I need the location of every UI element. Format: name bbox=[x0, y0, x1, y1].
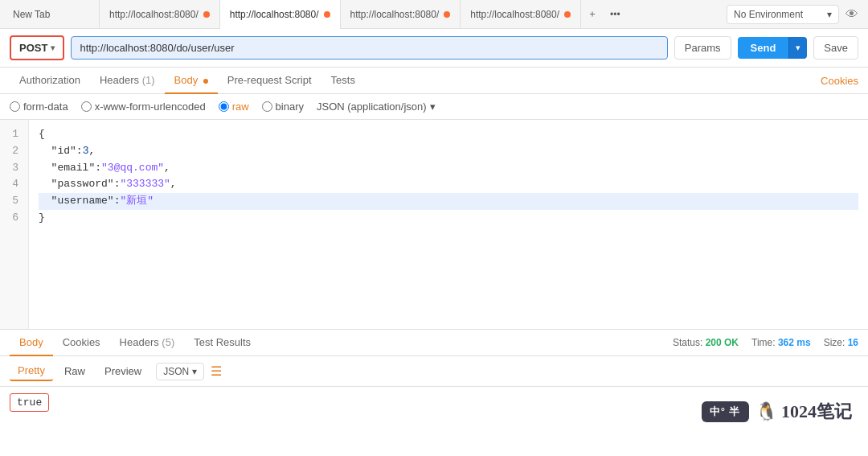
tab-3-label: http://localhost:8080/ bbox=[350, 9, 440, 20]
tab-new-label: New Tab bbox=[13, 9, 50, 20]
request-tabs: Authorization Headers (1) Body Pre-reque… bbox=[0, 68, 868, 94]
response-status: Status: 200 OK Time: 362 ms Size: 16 bbox=[673, 337, 858, 348]
tab-authorization[interactable]: Authorization bbox=[10, 68, 90, 94]
watermark-text: 🐧 1024笔记 bbox=[755, 400, 853, 424]
tab-2[interactable]: http://localhost:8080/ bbox=[220, 0, 341, 29]
watermark-badge: 中° 半 bbox=[702, 401, 749, 422]
code-content[interactable]: { "id": 3, "email": "3@qq.com", "passwor… bbox=[29, 120, 868, 329]
body-options: form-data x-www-form-urlencoded raw bina… bbox=[0, 94, 868, 120]
tab-4[interactable]: http://localhost:8080/ bbox=[461, 0, 581, 29]
resp-tab-headers[interactable]: Headers (5) bbox=[110, 330, 185, 356]
eye-button[interactable]: 👁 bbox=[845, 7, 858, 22]
code-editor[interactable]: 1 2 3 4 5 6 { "id": 3, "email": "3@qq.co… bbox=[0, 120, 868, 329]
resp-json-chevron-icon: ▾ bbox=[192, 366, 197, 377]
json-type-label: JSON (application/json) bbox=[317, 101, 427, 113]
resp-tab-cookies[interactable]: Cookies bbox=[53, 330, 110, 356]
option-binary[interactable]: binary bbox=[262, 101, 304, 113]
tab-4-label: http://localhost:8080/ bbox=[470, 9, 559, 20]
wrap-icon[interactable]: ☰ bbox=[211, 364, 222, 379]
json-type-select[interactable]: JSON (application/json) ▾ bbox=[317, 101, 436, 113]
tab-body[interactable]: Body bbox=[165, 68, 218, 94]
send-button[interactable]: Send bbox=[738, 37, 789, 59]
watermark: 中° 半 🐧 1024笔记 bbox=[702, 400, 852, 424]
tab-headers[interactable]: Headers (1) bbox=[90, 68, 165, 94]
more-tabs-button[interactable]: ••• bbox=[604, 9, 627, 20]
resp-json-dropdown[interactable]: JSON ▾ bbox=[156, 363, 204, 380]
tab-1-label: http://localhost:8080/ bbox=[109, 9, 199, 20]
option-urlencoded[interactable]: x-www-form-urlencoded bbox=[81, 101, 206, 113]
option-form-data[interactable]: form-data bbox=[10, 101, 68, 113]
json-type-chevron-icon: ▾ bbox=[430, 101, 436, 113]
method-label: POST bbox=[19, 42, 47, 54]
response-toolbar: Pretty Raw Preview JSON ▾ ☰ bbox=[0, 356, 868, 387]
resp-json-label: JSON bbox=[163, 366, 189, 377]
status-value: 200 OK bbox=[706, 337, 739, 348]
response-tabs: Body Cookies Headers (5) Test Results bbox=[10, 330, 260, 355]
option-raw[interactable]: raw bbox=[219, 101, 249, 113]
line-numbers: 1 2 3 4 5 6 bbox=[0, 120, 29, 329]
tab-3[interactable]: http://localhost:8080/ bbox=[341, 0, 461, 29]
url-input[interactable] bbox=[71, 36, 667, 60]
tab-bar: New Tab http://localhost:8080/ http://lo… bbox=[0, 0, 868, 29]
tab-tests[interactable]: Tests bbox=[321, 68, 365, 94]
tab-bar-right: No Environment ▾ 👁 bbox=[727, 5, 865, 24]
time-value: 362 ms bbox=[778, 337, 811, 348]
response-header: Body Cookies Headers (5) Test Results St… bbox=[0, 330, 868, 356]
code-line-5: "username": "新垣" bbox=[39, 193, 858, 210]
cookies-link[interactable]: Cookies bbox=[821, 75, 858, 87]
resp-tab-testresults[interactable]: Test Results bbox=[184, 330, 260, 356]
request-tabs-left: Authorization Headers (1) Body Pre-reque… bbox=[10, 68, 365, 93]
size-value: 16 bbox=[848, 337, 858, 348]
tab-1[interactable]: http://localhost:8080/ bbox=[100, 0, 220, 29]
url-bar: POST ▾ Params Send ▾ Save bbox=[0, 29, 868, 68]
params-button[interactable]: Params bbox=[674, 36, 731, 60]
env-label: No Environment bbox=[734, 9, 803, 20]
tab-new[interactable]: New Tab bbox=[3, 0, 100, 29]
tab-2-dot bbox=[324, 11, 330, 18]
tab-1-dot bbox=[203, 11, 210, 18]
chevron-down-icon: ▾ bbox=[827, 9, 832, 20]
response-value: true bbox=[10, 393, 49, 412]
save-button[interactable]: Save bbox=[813, 36, 858, 60]
tab-4-dot bbox=[564, 11, 571, 18]
method-chevron-icon: ▾ bbox=[51, 43, 55, 52]
code-line-4: "password": "333333", bbox=[39, 176, 858, 193]
code-line-6: } bbox=[39, 210, 858, 227]
format-tab-pretty[interactable]: Pretty bbox=[10, 361, 53, 381]
send-group: Send ▾ bbox=[738, 37, 808, 59]
add-tab-button[interactable]: ＋ bbox=[581, 7, 604, 21]
method-select[interactable]: POST ▾ bbox=[10, 35, 64, 60]
resp-tab-body[interactable]: Body bbox=[10, 330, 53, 356]
code-line-2: "id": 3, bbox=[39, 143, 858, 160]
tab-3-dot bbox=[444, 11, 450, 18]
format-tab-preview[interactable]: Preview bbox=[96, 362, 149, 380]
tab-prerequest[interactable]: Pre-request Script bbox=[218, 68, 321, 94]
code-line-1: { bbox=[39, 126, 858, 143]
send-dropdown-button[interactable]: ▾ bbox=[788, 37, 807, 59]
environment-select[interactable]: No Environment ▾ bbox=[727, 5, 839, 24]
code-line-3: "email": "3@qq.com", bbox=[39, 160, 858, 177]
tab-2-label: http://localhost:8080/ bbox=[230, 9, 319, 20]
format-tab-raw[interactable]: Raw bbox=[56, 362, 93, 380]
